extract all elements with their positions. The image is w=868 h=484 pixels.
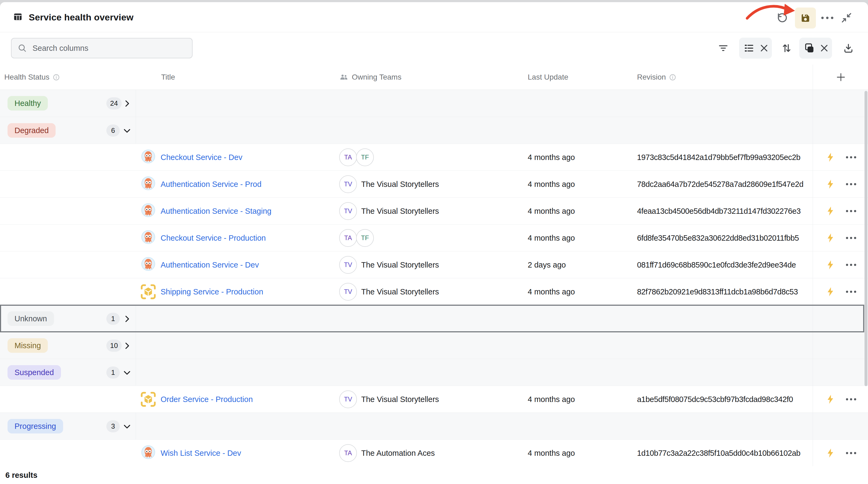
owning-teams-cell: TAThe Automation Aces <box>339 439 435 466</box>
list-view-icon <box>743 42 755 54</box>
title-bar: Service health overview <box>0 2 868 32</box>
collapse-group-button[interactable] <box>120 366 134 379</box>
team-icon <box>339 72 349 82</box>
search-box[interactable] <box>11 38 192 58</box>
search-input[interactable] <box>32 44 186 53</box>
row-actions-button[interactable] <box>843 231 859 245</box>
group-row-suspended[interactable]: Suspended1 <box>0 359 868 386</box>
group-row-degraded[interactable]: Degraded6 <box>0 117 868 144</box>
expand-group-button[interactable] <box>120 312 134 325</box>
entity-row[interactable]: Checkout Service - ProductionTATF4 month… <box>0 224 868 251</box>
entity-title-link[interactable]: Wish List Service - Dev <box>161 439 241 466</box>
row-actions-button[interactable] <box>843 285 859 298</box>
add-column-button[interactable] <box>834 70 848 84</box>
entity-row[interactable]: Authentication Service - ProdTVThe Visua… <box>0 170 868 197</box>
expand-group-button[interactable] <box>120 339 134 352</box>
team-avatar[interactable]: TV <box>339 175 357 193</box>
group-row-progressing[interactable]: Progressing3 <box>0 412 868 439</box>
last-update-cell: 4 months ago <box>528 278 575 305</box>
entity-row[interactable]: Authentication Service - StagingTVThe Vi… <box>0 197 868 224</box>
team-avatar[interactable]: TF <box>356 229 374 247</box>
actions-column-divider <box>813 64 813 466</box>
x-icon <box>818 42 830 54</box>
revision-cell: 1973c83c5d41842a1d79bb5ef7fb99a93205ec2b <box>637 144 800 171</box>
group-row-missing[interactable]: Missing10 <box>0 332 868 359</box>
entity-title-link[interactable]: Checkout Service - Production <box>161 225 266 251</box>
row-actions-button[interactable] <box>843 393 859 406</box>
entity-row[interactable]: Order Service - ProductionTVThe Visual S… <box>0 386 868 412</box>
chevron-right-icon <box>122 314 132 323</box>
entity-title-link[interactable]: Authentication Service - Prod <box>161 171 261 198</box>
team-avatar[interactable]: TA <box>339 229 357 247</box>
squid-icon <box>139 229 157 247</box>
revision-cell: 78dc2aa64a7b72de545278a7ad28609e1f547e2d <box>637 171 803 198</box>
team-name: The Visual Storytellers <box>361 207 439 216</box>
entity-row[interactable]: Authentication Service - DevTVThe Visual… <box>0 251 868 278</box>
column-header-revision[interactable]: Revision <box>637 64 676 90</box>
row-actions-button[interactable] <box>843 150 859 164</box>
column-header-title[interactable]: Title <box>161 64 175 90</box>
info-icon <box>53 74 60 81</box>
collapse-group-button[interactable] <box>120 124 134 137</box>
column-header-last-update[interactable]: Last Update <box>528 64 568 90</box>
entity-title-link[interactable]: Authentication Service - Dev <box>161 251 259 278</box>
more-options-button[interactable] <box>818 9 836 26</box>
entity-title-link[interactable]: Checkout Service - Dev <box>161 144 243 171</box>
run-automation-button[interactable] <box>823 445 838 461</box>
group-count-badge: 24 <box>106 97 122 109</box>
team-avatar[interactable]: TV <box>339 256 357 274</box>
collapse-group-button[interactable] <box>120 420 134 433</box>
run-automation-button[interactable] <box>823 257 838 273</box>
group-row-unknown[interactable]: Unknown1 <box>0 305 868 332</box>
team-name: The Visual Storytellers <box>361 180 439 189</box>
team-avatar[interactable]: TF <box>356 148 374 166</box>
team-avatar[interactable]: TV <box>339 283 357 301</box>
squid-icon <box>139 444 157 462</box>
collapse-icon <box>841 12 852 24</box>
lightning-icon <box>825 286 836 297</box>
team-avatar[interactable]: TA <box>339 148 357 166</box>
run-automation-button[interactable] <box>823 176 838 192</box>
entity-title-link[interactable]: Shipping Service - Production <box>161 278 263 305</box>
row-actions-button[interactable] <box>843 204 859 218</box>
package-icon <box>139 283 157 301</box>
status-badge: Unknown <box>7 311 54 326</box>
vertical-scrollbar[interactable] <box>865 91 867 386</box>
run-automation-button[interactable] <box>823 203 838 219</box>
run-automation-button[interactable] <box>823 149 838 165</box>
list-view-button[interactable] <box>743 40 755 56</box>
row-actions-button[interactable] <box>843 258 859 272</box>
entity-title-link[interactable]: Order Service - Production <box>161 386 253 413</box>
clear-group-by-button[interactable] <box>818 40 830 56</box>
team-avatar[interactable]: TA <box>339 444 357 462</box>
clear-view-button[interactable] <box>758 40 770 56</box>
row-actions-button[interactable] <box>843 446 859 460</box>
team-avatar[interactable]: TV <box>339 391 357 408</box>
run-automation-button[interactable] <box>823 230 838 246</box>
group-row-healthy[interactable]: Healthy24 <box>0 90 868 117</box>
entity-row[interactable]: Wish List Service - DevTAThe Automation … <box>0 439 868 466</box>
collapse-widget-button[interactable] <box>838 9 855 26</box>
group-by-button[interactable] <box>804 40 815 56</box>
download-button[interactable] <box>840 40 857 56</box>
expand-group-button[interactable] <box>120 97 134 110</box>
last-update-cell: 4 months ago <box>528 171 575 198</box>
run-automation-button[interactable] <box>823 391 838 407</box>
lightning-icon <box>825 448 836 458</box>
entity-row[interactable]: Shipping Service - ProductionTVThe Visua… <box>0 278 868 305</box>
team-avatar[interactable]: TV <box>339 202 357 220</box>
run-automation-button[interactable] <box>823 284 838 300</box>
column-header-owning-teams[interactable]: Owning Teams <box>339 64 402 90</box>
status-badge: Healthy <box>7 96 48 111</box>
entity-row[interactable]: Checkout Service - DevTATF4 months ago19… <box>0 144 868 170</box>
save-button[interactable] <box>795 7 816 29</box>
row-actions-button[interactable] <box>843 177 859 191</box>
squid-icon <box>139 175 157 193</box>
undo-button[interactable] <box>773 9 790 26</box>
column-header-health-status[interactable]: Health Status <box>4 64 60 90</box>
entity-title-link[interactable]: Authentication Service - Staging <box>161 198 272 225</box>
info-icon <box>669 74 676 81</box>
column-label: Title <box>161 73 175 82</box>
sort-button[interactable] <box>778 40 795 56</box>
filter-button[interactable] <box>715 40 732 56</box>
